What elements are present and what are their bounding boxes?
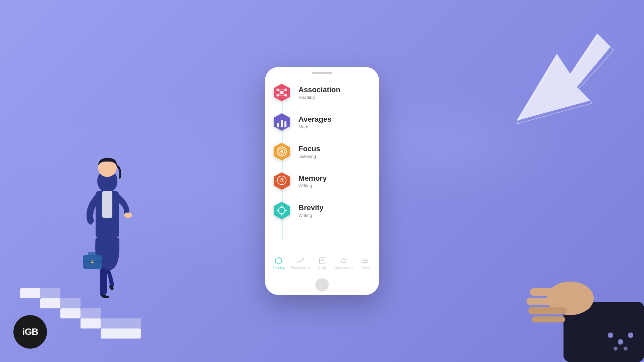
svg-rect-3 [40, 298, 60, 308]
more-tab-label: More [362, 266, 369, 269]
svg-rect-12 [102, 191, 112, 218]
svg-marker-56 [274, 202, 290, 219]
igb-logo: iGB [13, 315, 47, 349]
svg-rect-46 [281, 120, 283, 127]
memory-icon: ? [272, 171, 292, 191]
training-item-memory[interactable]: ? Memory Writing [272, 171, 372, 191]
phone-content: Association Reading Averages [265, 76, 379, 251]
averages-subtitle: Math [299, 124, 331, 129]
svg-rect-26 [532, 316, 565, 322]
focus-text: Focus Listening [299, 144, 320, 159]
training-tab-label: Training [273, 266, 285, 269]
training-item-association[interactable]: Association Reading [272, 82, 372, 103]
tab-notifications[interactable]: Notifications [335, 257, 353, 269]
svg-rect-45 [277, 123, 279, 127]
woman-illustration [74, 154, 141, 339]
training-item-averages[interactable]: Averages Math [272, 112, 372, 132]
brevity-title: Brevity [299, 203, 324, 212]
phone-screen: Association Reading Averages [265, 76, 379, 275]
averages-icon [272, 112, 292, 132]
study-tab-icon [318, 257, 326, 265]
brevity-icon [272, 200, 292, 221]
arrow-illustration [490, 20, 617, 147]
tab-more[interactable]: More [357, 257, 374, 269]
svg-rect-25 [528, 307, 567, 314]
svg-rect-8 [40, 288, 60, 298]
focus-title: Focus [299, 144, 320, 153]
performance-tab-icon [297, 257, 305, 265]
association-title: Association [299, 85, 340, 94]
svg-point-27 [608, 333, 613, 338]
averages-text: Averages Math [299, 115, 331, 129]
svg-point-13 [124, 213, 132, 218]
notifications-tab-label: Notifications [335, 266, 353, 269]
svg-point-31 [624, 347, 628, 351]
svg-rect-24 [527, 298, 567, 305]
focus-subtitle: Listening [299, 154, 320, 159]
svg-rect-47 [284, 121, 286, 127]
training-item-focus[interactable]: Focus Listening [272, 141, 372, 162]
svg-point-30 [613, 347, 618, 351]
phone-mockup: Association Reading Averages [265, 67, 379, 295]
notifications-tab-icon [340, 257, 348, 265]
tab-study[interactable]: Study [314, 257, 331, 269]
association-text: Association Reading [299, 85, 340, 100]
training-tab-icon [275, 257, 283, 265]
tab-bar: Training Performance Study [265, 251, 379, 275]
training-item-brevity[interactable]: Brevity Writing [272, 200, 372, 221]
phone-home-button[interactable] [315, 278, 329, 292]
more-tab-icon [361, 257, 369, 265]
svg-rect-14 [100, 268, 107, 295]
svg-point-51 [280, 150, 283, 153]
study-tab-label: Study [318, 266, 327, 269]
tab-performance[interactable]: Performance [291, 257, 310, 269]
performance-tab-label: Performance [291, 266, 310, 269]
phone-notch [312, 72, 332, 74]
association-icon [272, 82, 292, 103]
association-subtitle: Reading [299, 95, 340, 100]
svg-rect-23 [530, 288, 570, 296]
brevity-text: Brevity Writing [299, 203, 324, 218]
svg-marker-66 [276, 257, 282, 264]
memory-subtitle: Writing [299, 183, 327, 188]
svg-point-29 [628, 333, 633, 338]
hand-illustration [510, 235, 644, 362]
memory-text: Memory Writing [299, 174, 327, 188]
logo-text: iGB [22, 326, 38, 337]
svg-rect-16 [88, 252, 97, 255]
svg-point-28 [618, 339, 623, 345]
tab-training[interactable]: Training [270, 257, 287, 269]
svg-text:?: ? [280, 178, 284, 183]
svg-marker-19 [517, 34, 610, 121]
svg-rect-4 [20, 288, 40, 298]
focus-icon [272, 141, 292, 162]
averages-title: Averages [299, 115, 331, 124]
brevity-subtitle: Writing [299, 213, 324, 218]
memory-title: Memory [299, 174, 327, 183]
